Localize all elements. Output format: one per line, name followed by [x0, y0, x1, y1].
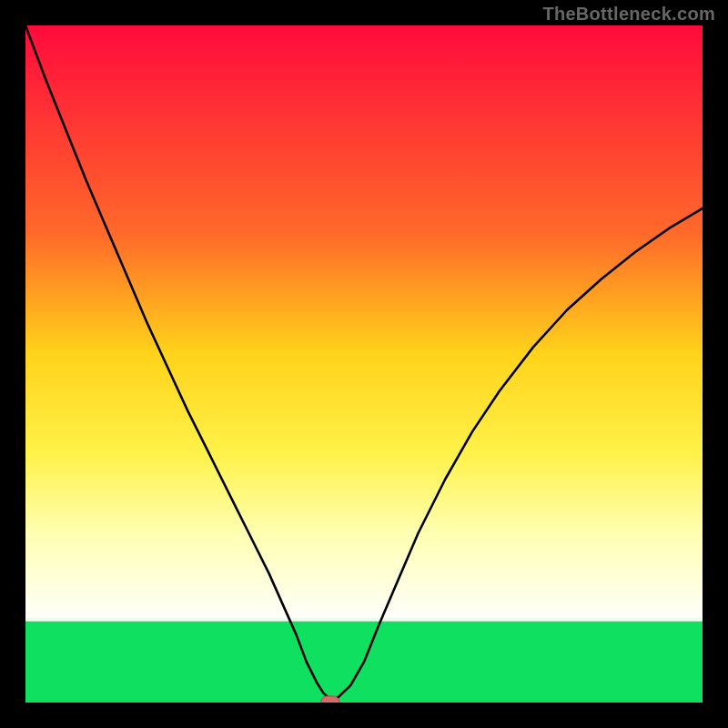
plot-container — [25, 25, 703, 703]
chart-frame: TheBottleneck.com — [0, 0, 728, 728]
bottleneck-chart — [25, 25, 703, 703]
watermark-text: TheBottleneck.com — [542, 4, 715, 25]
band-edge — [25, 618, 703, 622]
min-marker — [321, 696, 339, 703]
gradient-background — [25, 25, 703, 622]
